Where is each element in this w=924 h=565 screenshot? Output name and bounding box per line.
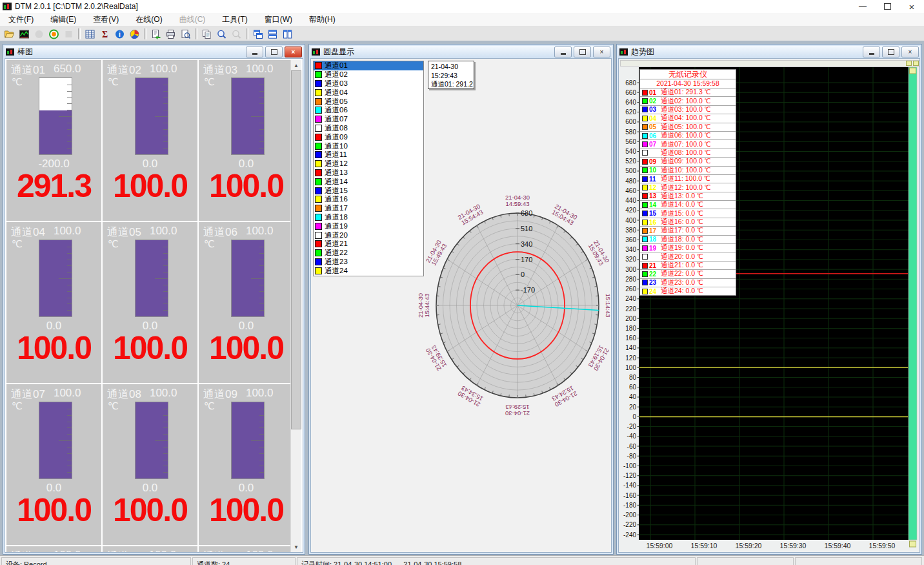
tile-horizontal-icon[interactable] xyxy=(265,27,280,41)
menu-item-3[interactable]: 查看(V) xyxy=(85,12,127,27)
bar-graph-window-titlebar[interactable]: 棒图 × xyxy=(5,46,303,58)
channel-list-item-通道06[interactable]: 通道06 xyxy=(314,106,423,115)
status-channel-count: 通道数: 24 xyxy=(192,557,296,565)
gauge-tick xyxy=(163,291,168,292)
window-minimize-button[interactable] xyxy=(863,46,880,57)
legend-channel-number: 02 xyxy=(649,98,661,105)
pie-chart-icon[interactable] xyxy=(127,27,142,41)
channel-color-swatch xyxy=(315,178,322,185)
window-minimize-button[interactable] xyxy=(246,46,263,57)
polar-tooltip: 21-04-30 15:29:43 通道01: 291.2 xyxy=(428,61,474,89)
legend-channel-number: 01 xyxy=(649,89,661,96)
svg-text:-20: -20 xyxy=(627,423,637,430)
svg-text:160: 160 xyxy=(625,334,636,342)
trend-horizontal-slider[interactable] xyxy=(620,60,920,67)
bar-gauge-cell-通道06: 通道06100.0℃0.0100.0 xyxy=(199,222,294,383)
gauge-tick xyxy=(67,129,72,130)
channel-list-item-通道03[interactable]: 通道03 xyxy=(314,79,423,88)
channel-list-item-通道13[interactable]: 通道13 xyxy=(314,169,423,178)
legend-channel-value: 通道22: 0.0 ℃ xyxy=(661,269,703,278)
app-close-button[interactable]: × xyxy=(899,0,924,13)
window-close-button[interactable]: × xyxy=(593,46,610,57)
gauge-unit: ℃ xyxy=(12,238,23,250)
trend-chart-window-titlebar[interactable]: 趋势图 × xyxy=(618,46,920,58)
channel-list-item-通道09[interactable]: 通道09 xyxy=(314,132,423,141)
channel-list-item-通道07[interactable]: 通道07 xyxy=(314,115,423,124)
slider-handle[interactable] xyxy=(913,61,919,66)
data-table-icon[interactable] xyxy=(83,27,97,41)
window-close-button[interactable]: × xyxy=(285,46,302,57)
menu-item-4[interactable]: 在线(O) xyxy=(127,12,170,27)
export-icon[interactable] xyxy=(148,27,163,41)
bar-gauge-cell-通道07: 通道07100.0℃0.0100.0 xyxy=(6,384,101,545)
print-icon[interactable] xyxy=(163,27,178,41)
scrollbar-up-arrow[interactable]: ▲ xyxy=(291,60,301,70)
polar-chart[interactable]: 6805103401700-17021-04-3014:59:4321-04-3… xyxy=(395,183,612,428)
menu-item-1[interactable]: 文件(F) xyxy=(0,12,42,27)
copy-icon[interactable] xyxy=(199,27,214,41)
gauge-unit: ℃ xyxy=(204,238,215,250)
tile-vertical-icon[interactable] xyxy=(280,27,295,41)
channel-name: 通道01 xyxy=(11,63,45,77)
channel-list-item-通道12[interactable]: 通道12 xyxy=(314,159,423,169)
window-close-button[interactable]: × xyxy=(901,46,919,57)
channel-list-item-通道10[interactable]: 通道10 xyxy=(314,141,423,150)
gauge-max-value: 100.0 xyxy=(150,63,177,77)
legend-color-swatch xyxy=(642,124,648,130)
legend-channel-value: 通道01: 291.3 ℃ xyxy=(661,88,710,97)
tooltip-value: 通道01: 291.2 xyxy=(431,80,471,89)
gauge-tick xyxy=(251,278,264,279)
app-maximize-button[interactable] xyxy=(875,0,899,13)
svg-text:0: 0 xyxy=(521,271,525,278)
menu-item-2[interactable]: 编辑(E) xyxy=(42,12,85,27)
bar-graph-window: 棒图 × 通道01650.0℃-200.0291.3通道02100.0℃0.01… xyxy=(3,44,305,555)
scrollbar-down-arrow[interactable]: ▼ xyxy=(291,542,301,552)
zoom-icon[interactable] xyxy=(214,27,229,41)
window-maximize-button[interactable] xyxy=(265,46,283,57)
statistics-sum-icon[interactable]: Σ xyxy=(97,27,112,41)
gauge-tick xyxy=(259,285,264,285)
record-active-icon[interactable] xyxy=(46,27,61,41)
gauge-unit: ℃ xyxy=(204,76,215,88)
app-minimize-button[interactable]: — xyxy=(850,0,875,13)
gauge-tick xyxy=(259,434,264,435)
gauge-tick xyxy=(163,85,168,85)
menu-item-7[interactable]: 窗口(W) xyxy=(256,12,301,27)
window-maximize-button[interactable] xyxy=(882,46,899,57)
channel-color-swatch xyxy=(315,267,322,274)
gauge-header: 通道11100.0 xyxy=(107,549,196,553)
channel-list-item-通道02[interactable]: 通道02 xyxy=(314,70,423,79)
legend-row-19: 19通道19: 0.0 ℃ xyxy=(640,244,736,252)
gauge-tick xyxy=(259,303,264,304)
realtime-display-icon[interactable] xyxy=(17,27,32,41)
window-minimize-button[interactable] xyxy=(554,46,572,57)
cascade-windows-icon[interactable] xyxy=(250,27,265,41)
svg-text:560: 560 xyxy=(625,138,636,145)
info-icon[interactable]: i xyxy=(112,27,127,41)
gauge-header: 通道10100.0 xyxy=(11,549,100,553)
menu-item-6[interactable]: 工具(T) xyxy=(214,12,256,27)
window-maximize-button[interactable] xyxy=(574,46,591,57)
open-file-icon[interactable] xyxy=(2,27,17,41)
gauge-tick xyxy=(259,310,264,311)
bar-window-scrollbar[interactable]: ▲ ▼ xyxy=(290,60,301,552)
channel-list-item-通道11[interactable]: 通道11 xyxy=(314,150,423,159)
channel-label: 通道11 xyxy=(325,150,347,159)
gauge-tick xyxy=(155,116,168,117)
disc-display-window-titlebar[interactable]: 圆盘显示 × xyxy=(310,46,612,58)
channel-list-item-通道01[interactable]: 通道01 xyxy=(314,61,423,70)
print-preview-icon[interactable] xyxy=(178,27,193,41)
trend-chart-window: 趋势图 × 6806606406206005805605405205004804… xyxy=(616,44,922,555)
app-titlebar[interactable]: DTM 2.0.1 [C:\DTM 2.0.2\RealData] — × xyxy=(0,0,924,13)
legend-channel-number: 19 xyxy=(649,245,661,252)
menu-item-8[interactable]: 帮助(H) xyxy=(301,12,344,27)
legend-row-01: 01通道01: 291.3 ℃ xyxy=(640,88,736,97)
scrollbar-thumb[interactable] xyxy=(291,70,301,429)
channel-list-item-通道04[interactable]: 通道04 xyxy=(314,88,423,97)
legend-color-swatch xyxy=(642,289,648,294)
slider-handle[interactable] xyxy=(906,61,912,66)
gauge-max-value: 100.0 xyxy=(150,225,177,240)
channel-list-item-通道05[interactable]: 通道05 xyxy=(314,97,423,106)
channel-list-item-通道08[interactable]: 通道08 xyxy=(314,124,423,133)
channel-color-swatch xyxy=(315,160,322,167)
